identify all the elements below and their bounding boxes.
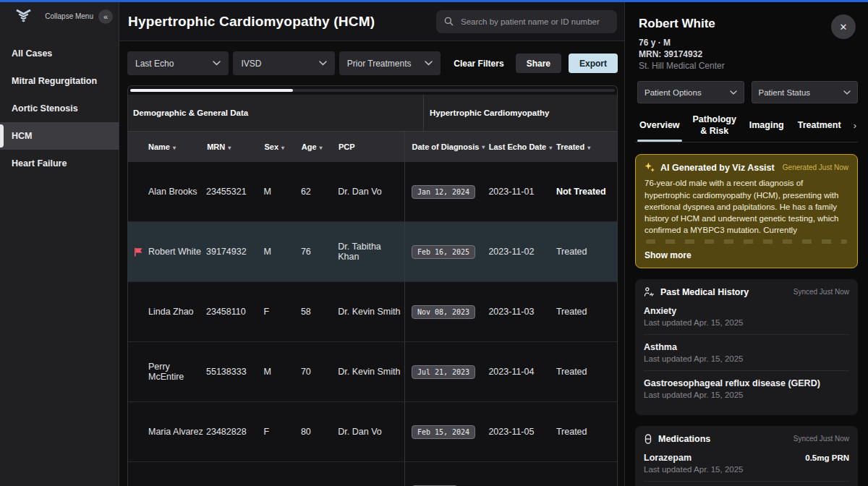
tab-overview[interactable]: Overview [637, 109, 683, 142]
sort-icon[interactable]: ▾ [281, 145, 284, 151]
chevron-down-icon [425, 61, 433, 66]
filter-ivsd[interactable]: IVSD [233, 51, 334, 75]
top-accent-bar [0, 0, 868, 2]
history-item: Asthma Last updated Apr. 15, 2025 [644, 341, 849, 371]
column-header-last-echo-date[interactable]: Last Echo Date▾ [489, 142, 556, 151]
patient-detail-panel: ✕ Robert White 76 y · M MRN: 39174932 St… [624, 2, 868, 486]
filter-prior-treatments[interactable]: Prior Treatments [339, 51, 441, 75]
past-medical-history-card: Past Medical History Synced Just Now Anx… [635, 279, 858, 415]
table-row-selected[interactable]: Robert White 39174932 M 76 Dr. Tabitha K… [128, 222, 617, 282]
cell-sex: M [263, 247, 300, 257]
cell-treated: Not Treated [556, 187, 617, 197]
group-header-demographic: Demographic & General Data [128, 108, 423, 117]
patient-status-dropdown[interactable]: Patient Status [752, 81, 859, 103]
patient-history-icon [644, 287, 655, 297]
sidebar-item-label: All Cases [12, 48, 52, 59]
column-header-sex[interactable]: Sex▾ [264, 142, 301, 151]
sidebar-item-label: HCM [12, 131, 32, 141]
ai-summary-card: AI Generated by Viz Assist Generated Jus… [635, 154, 858, 268]
search-icon [444, 17, 454, 26]
sidebar-item-heart-failure[interactable]: Heart Failure [0, 150, 119, 177]
column-header-date-of-diagnosis[interactable]: Date of Diagnosis▾ [404, 132, 488, 162]
ai-card-title: AI Generated by Viz Assist [660, 163, 775, 173]
cell-name: Linda Zhao [148, 307, 194, 317]
date-chip: Jul 21, 2023 [412, 365, 475, 379]
column-header-age[interactable]: Age▾ [302, 142, 339, 151]
table-column-headers: Name▾ MRN▾ Sex▾ Age▾ PCP Date of Diagnos… [128, 132, 617, 162]
column-header-name[interactable]: Name▾ [128, 142, 207, 151]
cell-last-echo-date: 2023-11-02 [488, 247, 556, 257]
date-chip: Feb 16, 2025 [412, 245, 475, 259]
scrollbar-thumb[interactable] [130, 89, 293, 92]
sort-icon[interactable]: ▾ [228, 145, 231, 151]
table-horizontal-scrollbar [128, 86, 617, 95]
date-chip: Nov 08, 2023 [412, 305, 475, 319]
ai-summary-text: 76-year-old male with a recent diagnosis… [644, 177, 848, 235]
sidebar-item-all-cases[interactable]: All Cases [0, 40, 119, 67]
show-more-button[interactable]: Show more [644, 250, 848, 260]
overview-cards: AI Generated by Viz Assist Generated Jus… [635, 154, 858, 486]
sort-icon[interactable]: ▾ [482, 144, 485, 150]
table-row[interactable] [128, 462, 617, 486]
patient-facility: St. Hill Medical Center [639, 61, 858, 72]
table-row[interactable]: Alan Brooks 23455321 M 62 Dr. Dan Vo Jan… [128, 162, 617, 222]
collapse-menu-icon[interactable]: « [98, 9, 113, 24]
search-box[interactable] [436, 10, 617, 33]
ai-card-timestamp: Generated Just Now [783, 163, 848, 171]
patient-options-dropdown[interactable]: Patient Options [637, 81, 744, 103]
scrollbar-track[interactable] [130, 89, 615, 92]
close-icon[interactable]: ✕ [831, 14, 856, 39]
group-header-hcm: Hypertrophic Cardiomyopathy [423, 95, 617, 131]
cell-name: Robert White [148, 247, 201, 257]
cell-mrn: 39174932 [206, 247, 263, 257]
cell-mrn: 55138333 [206, 367, 263, 377]
cell-treated: Treated [556, 307, 617, 317]
column-header-pcp[interactable]: PCP [339, 142, 404, 151]
table-row[interactable]: Perry McEntire 55138333 M 70 Dr. Kevin S… [128, 342, 617, 402]
cell-sex: F [263, 427, 300, 437]
patient-mrn: MRN: 39174932 [639, 49, 858, 61]
tabs-overflow-icon[interactable]: › [852, 120, 856, 131]
chevron-down-icon [319, 61, 327, 66]
patient-name: Robert White [639, 17, 858, 31]
patient-tabs: Overview Pathology & Risk Imaging Treatm… [635, 109, 858, 142]
column-header-treated[interactable]: Treated▾ [556, 142, 617, 151]
sidebar: Collapse Menu « All Cases Mitral Regurgi… [0, 2, 119, 486]
patient-actions: Patient Options Patient Status [637, 81, 858, 103]
patient-age-sex: 76 y · M [639, 38, 858, 49]
table-row[interactable]: Maria Alvarez 23482828 F 80 Dr. Dan Vo F… [128, 402, 617, 462]
clear-filters-button[interactable]: Clear Filters [454, 59, 503, 69]
cell-name: Alan Brooks [148, 187, 197, 197]
column-header-mrn[interactable]: MRN▾ [207, 142, 264, 151]
viz-logo-icon [14, 9, 33, 24]
cell-age: 70 [301, 367, 338, 377]
cell-pcp: Dr. Kevin Smith [338, 307, 404, 317]
tab-treatment[interactable]: Treatment [795, 109, 844, 142]
cell-pcp: Dr. Kevin Smith [338, 367, 404, 377]
filter-bar: Last Echo IVSD Prior Treatments Clear Fi… [119, 41, 624, 84]
sort-icon[interactable]: ▾ [173, 145, 176, 151]
sidebar-item-aortic-stenosis[interactable]: Aortic Stenosis [0, 95, 119, 122]
sort-icon[interactable]: ▾ [587, 145, 590, 151]
cell-age: 80 [301, 427, 338, 437]
cell-name: Maria Alvarez [148, 427, 203, 437]
search-input[interactable] [459, 17, 609, 27]
share-button[interactable]: Share [516, 54, 561, 73]
filter-last-echo[interactable]: Last Echo [127, 51, 229, 75]
sidebar-item-mitral-regurgitation[interactable]: Mitral Regurgitation [0, 67, 119, 95]
cell-pcp: Dr. Dan Vo [338, 187, 404, 197]
cell-last-echo-date: 2023-11-03 [488, 307, 556, 317]
sort-icon[interactable]: ▾ [549, 145, 552, 151]
main-header: Hypertrophic Cardiomyopathy (HCM) [119, 2, 624, 41]
export-button[interactable]: Export [569, 54, 618, 73]
sort-icon[interactable]: ▾ [320, 145, 323, 151]
sidebar-item-hcm[interactable]: HCM [0, 122, 119, 150]
date-chip: Jan 12, 2024 [412, 185, 475, 199]
cell-age: 62 [301, 187, 338, 197]
tab-pathology-risk[interactable]: Pathology & Risk [691, 109, 739, 142]
history-sync-status: Synced Just Now [793, 288, 849, 296]
cell-sex: M [263, 367, 300, 377]
table-row[interactable]: Linda Zhao 23458110 F 58 Dr. Kevin Smith… [128, 282, 617, 342]
table-group-headers: Demographic & General Data Hypertrophic … [128, 95, 617, 132]
tab-imaging[interactable]: Imaging [746, 109, 787, 142]
